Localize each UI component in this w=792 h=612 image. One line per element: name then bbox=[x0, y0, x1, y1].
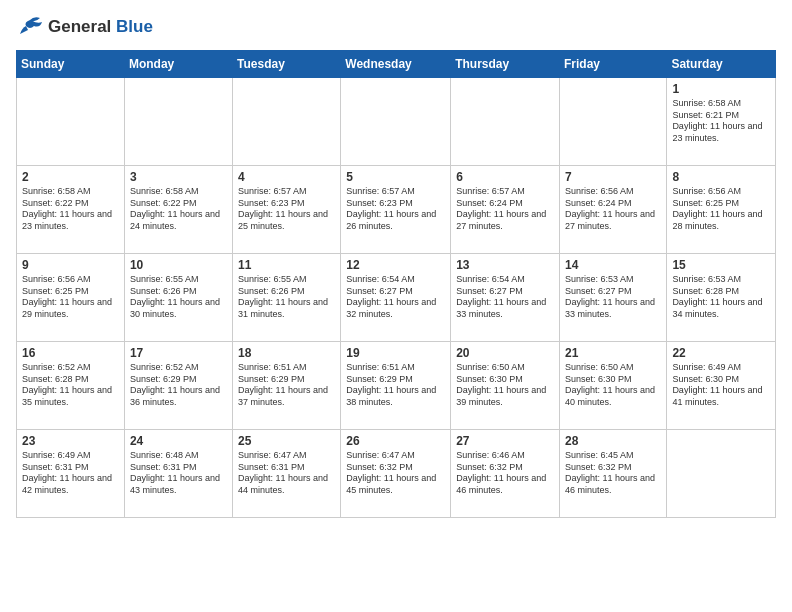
day-info: Sunrise: 6:54 AM bbox=[456, 274, 554, 286]
day-info: Sunrise: 6:51 AM bbox=[346, 362, 445, 374]
header-friday: Friday bbox=[559, 51, 666, 78]
calendar-cell: 18Sunrise: 6:51 AMSunset: 6:29 PMDayligh… bbox=[233, 342, 341, 430]
week-row: 1Sunrise: 6:58 AMSunset: 6:21 PMDaylight… bbox=[17, 78, 776, 166]
calendar-cell: 28Sunrise: 6:45 AMSunset: 6:32 PMDayligh… bbox=[559, 430, 666, 518]
calendar-table: Sunday Monday Tuesday Wednesday Thursday… bbox=[16, 50, 776, 518]
day-number: 15 bbox=[672, 258, 770, 272]
calendar-cell: 23Sunrise: 6:49 AMSunset: 6:31 PMDayligh… bbox=[17, 430, 125, 518]
header-sunday: Sunday bbox=[17, 51, 125, 78]
day-info: Sunset: 6:31 PM bbox=[22, 462, 119, 474]
day-info: Sunrise: 6:52 AM bbox=[130, 362, 227, 374]
day-info: Sunset: 6:24 PM bbox=[565, 198, 661, 210]
header-monday: Monday bbox=[124, 51, 232, 78]
day-info: Daylight: 11 hours and 39 minutes. bbox=[456, 385, 554, 408]
week-row: 9Sunrise: 6:56 AMSunset: 6:25 PMDaylight… bbox=[17, 254, 776, 342]
calendar-cell: 1Sunrise: 6:58 AMSunset: 6:21 PMDaylight… bbox=[667, 78, 776, 166]
day-info: Daylight: 11 hours and 37 minutes. bbox=[238, 385, 335, 408]
day-info: Daylight: 11 hours and 46 minutes. bbox=[456, 473, 554, 496]
header-thursday: Thursday bbox=[451, 51, 560, 78]
day-info: Sunset: 6:30 PM bbox=[672, 374, 770, 386]
day-number: 1 bbox=[672, 82, 770, 96]
calendar-cell: 15Sunrise: 6:53 AMSunset: 6:28 PMDayligh… bbox=[667, 254, 776, 342]
calendar-cell: 8Sunrise: 6:56 AMSunset: 6:25 PMDaylight… bbox=[667, 166, 776, 254]
day-info: Daylight: 11 hours and 33 minutes. bbox=[456, 297, 554, 320]
day-number: 16 bbox=[22, 346, 119, 360]
day-info: Sunset: 6:28 PM bbox=[22, 374, 119, 386]
calendar-cell: 26Sunrise: 6:47 AMSunset: 6:32 PMDayligh… bbox=[341, 430, 451, 518]
day-info: Sunset: 6:27 PM bbox=[346, 286, 445, 298]
day-info: Daylight: 11 hours and 30 minutes. bbox=[130, 297, 227, 320]
day-number: 14 bbox=[565, 258, 661, 272]
day-info: Sunrise: 6:57 AM bbox=[456, 186, 554, 198]
day-info: Sunrise: 6:56 AM bbox=[22, 274, 119, 286]
day-info: Daylight: 11 hours and 29 minutes. bbox=[22, 297, 119, 320]
day-info: Sunrise: 6:50 AM bbox=[565, 362, 661, 374]
day-info: Sunset: 6:25 PM bbox=[672, 198, 770, 210]
calendar-cell: 11Sunrise: 6:55 AMSunset: 6:26 PMDayligh… bbox=[233, 254, 341, 342]
day-info: Daylight: 11 hours and 33 minutes. bbox=[565, 297, 661, 320]
day-info: Daylight: 11 hours and 36 minutes. bbox=[130, 385, 227, 408]
day-info: Sunset: 6:32 PM bbox=[565, 462, 661, 474]
day-info: Sunset: 6:26 PM bbox=[238, 286, 335, 298]
day-number: 25 bbox=[238, 434, 335, 448]
day-info: Sunrise: 6:49 AM bbox=[672, 362, 770, 374]
day-number: 18 bbox=[238, 346, 335, 360]
day-info: Sunset: 6:32 PM bbox=[456, 462, 554, 474]
calendar-cell: 4Sunrise: 6:57 AMSunset: 6:23 PMDaylight… bbox=[233, 166, 341, 254]
day-info: Daylight: 11 hours and 41 minutes. bbox=[672, 385, 770, 408]
day-info: Sunset: 6:31 PM bbox=[238, 462, 335, 474]
calendar-cell: 22Sunrise: 6:49 AMSunset: 6:30 PMDayligh… bbox=[667, 342, 776, 430]
day-number: 24 bbox=[130, 434, 227, 448]
day-info: Daylight: 11 hours and 26 minutes. bbox=[346, 209, 445, 232]
day-info: Sunrise: 6:58 AM bbox=[22, 186, 119, 198]
day-number: 2 bbox=[22, 170, 119, 184]
day-info: Sunset: 6:29 PM bbox=[346, 374, 445, 386]
day-info: Sunrise: 6:47 AM bbox=[238, 450, 335, 462]
calendar-cell: 3Sunrise: 6:58 AMSunset: 6:22 PMDaylight… bbox=[124, 166, 232, 254]
day-info: Daylight: 11 hours and 40 minutes. bbox=[565, 385, 661, 408]
day-number: 27 bbox=[456, 434, 554, 448]
calendar-cell bbox=[667, 430, 776, 518]
day-number: 20 bbox=[456, 346, 554, 360]
calendar-cell bbox=[233, 78, 341, 166]
day-info: Daylight: 11 hours and 24 minutes. bbox=[130, 209, 227, 232]
day-info: Daylight: 11 hours and 42 minutes. bbox=[22, 473, 119, 496]
calendar-cell: 25Sunrise: 6:47 AMSunset: 6:31 PMDayligh… bbox=[233, 430, 341, 518]
day-info: Sunset: 6:32 PM bbox=[346, 462, 445, 474]
day-info: Sunset: 6:22 PM bbox=[130, 198, 227, 210]
day-number: 9 bbox=[22, 258, 119, 272]
day-info: Sunset: 6:30 PM bbox=[565, 374, 661, 386]
day-info: Sunset: 6:23 PM bbox=[238, 198, 335, 210]
day-info: Sunset: 6:30 PM bbox=[456, 374, 554, 386]
day-info: Daylight: 11 hours and 38 minutes. bbox=[346, 385, 445, 408]
day-info: Daylight: 11 hours and 27 minutes. bbox=[456, 209, 554, 232]
day-info: Sunrise: 6:51 AM bbox=[238, 362, 335, 374]
header-wednesday: Wednesday bbox=[341, 51, 451, 78]
calendar-cell: 5Sunrise: 6:57 AMSunset: 6:23 PMDaylight… bbox=[341, 166, 451, 254]
header-saturday: Saturday bbox=[667, 51, 776, 78]
calendar-cell: 19Sunrise: 6:51 AMSunset: 6:29 PMDayligh… bbox=[341, 342, 451, 430]
day-number: 12 bbox=[346, 258, 445, 272]
week-row: 2Sunrise: 6:58 AMSunset: 6:22 PMDaylight… bbox=[17, 166, 776, 254]
day-info: Sunrise: 6:56 AM bbox=[565, 186, 661, 198]
calendar-cell: 20Sunrise: 6:50 AMSunset: 6:30 PMDayligh… bbox=[451, 342, 560, 430]
day-info: Sunset: 6:26 PM bbox=[130, 286, 227, 298]
calendar-cell: 9Sunrise: 6:56 AMSunset: 6:25 PMDaylight… bbox=[17, 254, 125, 342]
day-number: 6 bbox=[456, 170, 554, 184]
calendar-cell bbox=[124, 78, 232, 166]
day-info: Sunset: 6:31 PM bbox=[130, 462, 227, 474]
day-number: 3 bbox=[130, 170, 227, 184]
day-info: Daylight: 11 hours and 25 minutes. bbox=[238, 209, 335, 232]
day-info: Sunrise: 6:50 AM bbox=[456, 362, 554, 374]
day-info: Sunrise: 6:46 AM bbox=[456, 450, 554, 462]
day-info: Sunset: 6:27 PM bbox=[456, 286, 554, 298]
calendar-header-row: Sunday Monday Tuesday Wednesday Thursday… bbox=[17, 51, 776, 78]
day-info: Daylight: 11 hours and 28 minutes. bbox=[672, 209, 770, 232]
calendar-cell: 7Sunrise: 6:56 AMSunset: 6:24 PMDaylight… bbox=[559, 166, 666, 254]
day-info: Sunset: 6:24 PM bbox=[456, 198, 554, 210]
calendar-cell: 13Sunrise: 6:54 AMSunset: 6:27 PMDayligh… bbox=[451, 254, 560, 342]
week-row: 23Sunrise: 6:49 AMSunset: 6:31 PMDayligh… bbox=[17, 430, 776, 518]
day-info: Daylight: 11 hours and 23 minutes. bbox=[22, 209, 119, 232]
day-info: Sunrise: 6:49 AM bbox=[22, 450, 119, 462]
calendar-cell: 2Sunrise: 6:58 AMSunset: 6:22 PMDaylight… bbox=[17, 166, 125, 254]
